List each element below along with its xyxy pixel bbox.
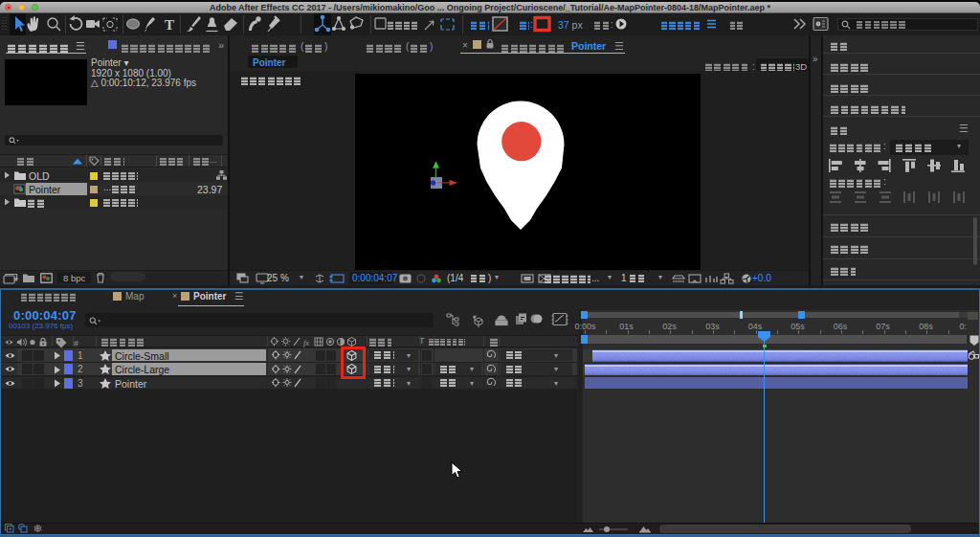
svg-text:#: # — [74, 338, 78, 347]
svg-text:fx: fx — [303, 337, 309, 347]
svg-text:T: T — [165, 17, 174, 33]
